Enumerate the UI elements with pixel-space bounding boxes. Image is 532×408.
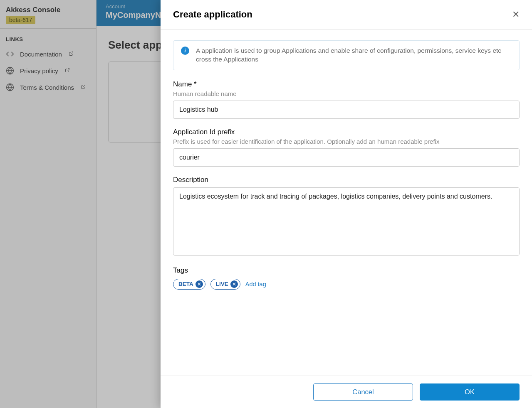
tags-row: BETA ✕ LIVE ✕ Add tag (173, 279, 520, 290)
add-tag-button[interactable]: Add tag (245, 281, 266, 288)
info-icon: i (181, 47, 189, 55)
dialog-footer: Cancel OK (161, 376, 532, 408)
name-help: Human readable name (173, 90, 520, 97)
field-description: Description (173, 176, 520, 257)
close-icon[interactable]: ✕ (512, 10, 520, 19)
prefix-label: Application Id prefix (173, 128, 520, 136)
remove-tag-icon[interactable]: ✕ (195, 280, 203, 288)
dialog-header: Create application ✕ (161, 0, 532, 29)
name-label: Name * (173, 80, 520, 88)
name-input[interactable] (173, 101, 520, 119)
tag-chip-live: LIVE ✕ (210, 279, 240, 290)
description-label: Description (173, 176, 520, 184)
info-text: A application is used to group Applicati… (196, 47, 512, 64)
tags-label: Tags (173, 266, 520, 275)
ok-button[interactable]: OK (420, 383, 520, 401)
description-input[interactable] (173, 187, 520, 256)
prefix-input[interactable] (173, 148, 520, 167)
remove-tag-icon[interactable]: ✕ (230, 280, 238, 288)
create-application-dialog: Create application ✕ i A application is … (161, 0, 532, 408)
info-box: i A application is used to group Applica… (173, 40, 520, 70)
tag-text: BETA (178, 281, 193, 287)
field-tags: Tags BETA ✕ LIVE ✕ Add tag (173, 266, 520, 290)
prefix-help: Prefix is used for easier identification… (173, 138, 520, 145)
dialog-body: i A application is used to group Applica… (161, 29, 532, 376)
cancel-button[interactable]: Cancel (313, 383, 413, 401)
field-name: Name * Human readable name (173, 80, 520, 119)
field-prefix: Application Id prefix Prefix is used for… (173, 128, 520, 167)
dialog-title: Create application (173, 9, 252, 20)
tag-text: LIVE (216, 281, 228, 287)
tag-chip-beta: BETA ✕ (173, 279, 205, 290)
